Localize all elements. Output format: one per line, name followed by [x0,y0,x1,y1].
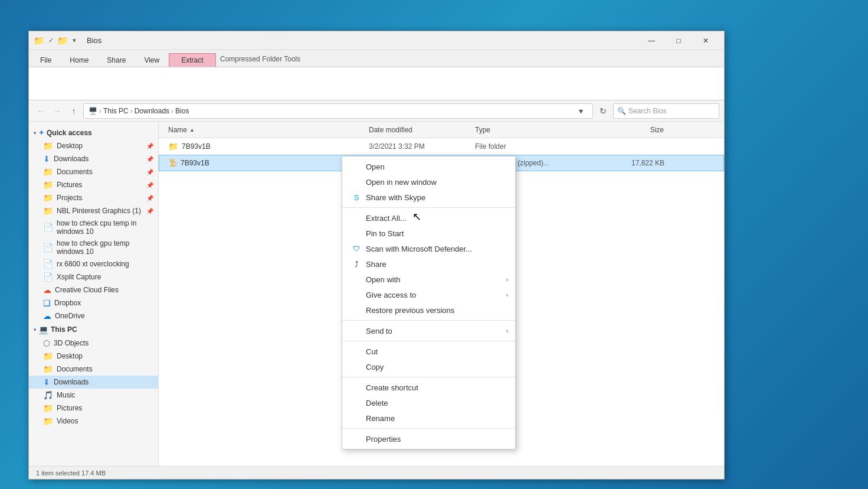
ctx-open-with[interactable]: Open with › [342,272,515,287]
col-header-date[interactable]: Date modified [369,126,475,134]
path-bios[interactable]: Bios [175,107,189,115]
tab-extract[interactable]: Extract [169,53,215,67]
tab-view[interactable]: View [135,53,168,67]
sidebar-item-projects-qa[interactable]: 📁 Projects 📌 [29,191,158,204]
ctx-open-new-window[interactable]: Open in new window [342,174,515,190]
sidebar-item-label: Xsplit Capture [57,273,101,281]
folder-yellow-icon: 📁 [168,142,178,151]
ctx-restore[interactable]: Restore previous versions [342,302,515,318]
sidebar-item-label: 3D Objects [54,339,89,347]
table-row[interactable]: 📁 7B93v1B 3/2/2021 3:32 PM File folder [159,138,724,155]
forward-button[interactable]: → [50,104,64,118]
sidebar-item-onedrive[interactable]: ☁ OneDrive [29,309,158,322]
ctx-create-shortcut[interactable]: Create shortcut [342,380,515,395]
sidebar-item-label: NBL Pinterest Graphics (1) [57,207,141,215]
sidebar-item-cpu-qa[interactable]: 📄 how to check cpu temp in windows 10 [29,217,158,237]
ctx-extract-all[interactable]: Extract All... [342,210,515,226]
dropbox-icon: ❑ [43,298,51,308]
close-button[interactable]: ✕ [692,31,719,50]
ctx-scan-defender[interactable]: 🛡 Scan with Microsoft Defender... [342,241,515,256]
sidebar-item-videos-pc[interactable]: 📁 Videos [29,415,158,428]
path-thispc[interactable]: This PC [103,107,129,115]
ctx-share-skype-label: Share with Skype [366,193,506,202]
ctx-props-icon [352,434,361,444]
quick-access-label: Quick access [47,129,92,137]
ctx-properties[interactable]: Properties [342,431,515,446]
quick-access-star-icon: ✦ [38,129,44,137]
col-header-size[interactable]: Size [593,126,664,134]
sidebar-item-downloads-qa[interactable]: ⬇ Downloads 📌 [29,152,158,165]
pin-icon: 📌 [146,195,153,201]
sidebar-item-xsplit-qa[interactable]: 📄 Xsplit Capture [29,270,158,283]
path-dropdown-button[interactable]: ▾ [574,104,588,118]
sidebar-item-creative-cloud[interactable]: ☁ Creative Cloud Files [29,283,158,296]
sidebar-item-music-pc[interactable]: 🎵 Music [29,389,158,402]
ctx-sendto-arrow: › [506,328,508,334]
videos-icon: 📁 [43,416,53,426]
sidebar-item-pictures-qa[interactable]: 📁 Pictures 📌 [29,178,158,191]
ctx-open-new-icon [352,177,361,187]
quick-access-header[interactable]: ▾ ✦ Quick access [29,126,158,139]
ctx-open-icon [352,162,361,171]
minimize-button[interactable]: — [638,31,665,50]
col-header-name[interactable]: Name ▲ [168,126,369,134]
window-title: Bios [82,36,636,45]
sidebar-item-label: Videos [57,417,78,425]
sidebar-item-label: how to check cpu temp in windows 10 [57,219,153,236]
search-box[interactable]: 🔍 Search Bios [613,103,719,119]
main-layout: ▾ ✦ Quick access 📁 Desktop 📌 ⬇ Downloads… [29,122,724,466]
3dobjects-icon: ⬡ [43,338,50,348]
ctx-restore-label: Restore previous versions [366,306,506,315]
ctx-access-label: Give access to [366,291,506,299]
ctx-open[interactable]: Open [342,159,515,174]
sidebar-item-label: Downloads [54,155,89,163]
ctx-access-arrow: › [506,292,508,298]
path-downloads[interactable]: Downloads [135,107,169,115]
sidebar-item-3dobjects[interactable]: ⬡ 3D Objects [29,337,158,350]
sidebar-item-label: Dropbox [54,299,81,307]
pin-icon: 📌 [146,143,153,149]
sidebar-item-rx-qa[interactable]: 📄 rx 6800 xt overclocking [29,257,158,270]
documents-folder2-icon: 📁 [43,364,53,374]
pictures-folder-icon: 📁 [43,180,53,190]
sidebar-item-desktop-pc[interactable]: 📁 Desktop [29,350,158,363]
ctx-sendto-icon [352,326,361,335]
ctx-delete[interactable]: Delete [342,395,515,410]
sidebar-item-documents-pc[interactable]: 📁 Documents [29,363,158,376]
sidebar-item-gpu-qa[interactable]: 📄 how to check gpu temp windows 10 [29,237,158,257]
sidebar-item-downloads-pc[interactable]: ⬇ Downloads [29,376,158,389]
this-pc-header[interactable]: ▾ 💻 This PC [29,322,158,337]
tab-share[interactable]: Share [98,53,135,67]
sidebar-item-desktop-qa[interactable]: 📁 Desktop 📌 [29,139,158,152]
ctx-pin-icon [352,229,361,238]
ctx-copy[interactable]: Copy [342,359,515,374]
ctx-cut-icon [352,347,361,356]
sidebar-item-nbl-qa[interactable]: 📁 NBL Pinterest Graphics (1) 📌 [29,204,158,217]
titlebar-folder-icon: 📁 [34,35,44,46]
pin-icon: 📌 [146,169,153,175]
up-button[interactable]: ↑ [67,104,81,118]
title-bar: 📁 ✓ 📁 ▾ Bios — □ ✕ [29,31,724,50]
tab-file[interactable]: File [31,53,60,67]
ctx-give-access[interactable]: Give access to › [342,287,515,302]
refresh-button[interactable]: ↻ [595,103,611,119]
sidebar-item-documents-qa[interactable]: 📁 Documents 📌 [29,165,158,178]
ctx-send-to[interactable]: Send to › [342,323,515,338]
sidebar-item-pictures-pc[interactable]: 📁 Pictures [29,402,158,415]
titlebar-dropdown-icon: ▾ [69,35,80,46]
pictures-folder2-icon: 📁 [43,403,53,413]
sidebar-item-dropbox[interactable]: ❑ Dropbox [29,296,158,309]
defender-icon: 🛡 [352,244,361,253]
status-text: 1 item selected 17.4 MB [36,470,106,477]
ctx-share-skype[interactable]: S Share with Skype [342,190,515,205]
maximize-button[interactable]: □ [665,31,692,50]
tab-home[interactable]: Home [61,53,97,67]
ctx-rename[interactable]: Rename [342,410,515,426]
ctx-cut[interactable]: Cut [342,344,515,359]
ctx-share[interactable]: ⤴ Share [342,256,515,272]
back-button[interactable]: ← [34,104,48,118]
ctx-extract-label: Extract All... [366,214,506,223]
ctx-pin-to-start[interactable]: Pin to Start [342,226,515,241]
col-header-type[interactable]: Type [475,126,593,134]
address-path[interactable]: 🖥️ › This PC › Downloads › Bios ▾ [83,103,593,119]
